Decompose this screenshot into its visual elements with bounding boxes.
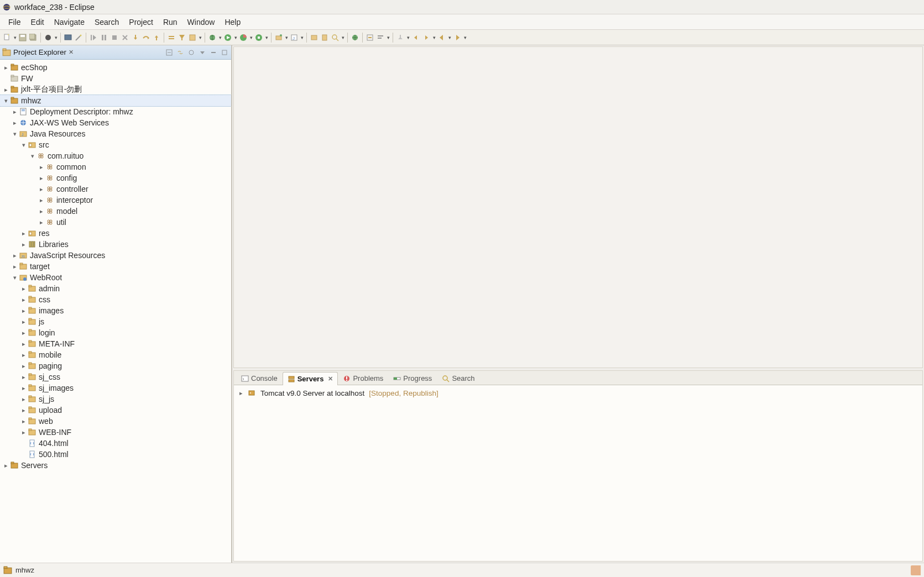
tree-res[interactable]: ▸ res — [0, 228, 231, 239]
tree-js-resources[interactable]: ▸ JS JavaScript Resources — [0, 250, 231, 261]
view-menu-button[interactable] — [198, 48, 207, 57]
expand-icon[interactable]: ▸ — [20, 340, 28, 348]
expand-icon[interactable]: ▸ — [2, 86, 10, 93]
new-server-dropdown[interactable]: ▾ — [284, 35, 289, 40]
expand-icon[interactable]: ▸ — [38, 219, 45, 226]
tree-package-controller[interactable]: ▸controller — [0, 183, 231, 195]
new-button[interactable] — [2, 33, 12, 43]
tree-file-500[interactable]: 500.html — [0, 449, 231, 460]
expand-icon[interactable]: ▸ — [20, 429, 28, 436]
open-type-button[interactable] — [187, 33, 197, 43]
servers-panel-body[interactable]: ▸ Tomcat v9.0 Server at localhost [Stopp… — [234, 385, 922, 561]
toggle-breadcrumb-button[interactable] — [375, 33, 385, 43]
expand-icon[interactable]: ▸ — [38, 164, 45, 171]
run-button[interactable] — [223, 33, 233, 43]
link-editor-button[interactable] — [176, 48, 185, 57]
close-tab-icon[interactable]: ✕ — [328, 375, 333, 382]
server-row[interactable]: ▸ Tomcat v9.0 Server at localhost [Stopp… — [237, 387, 919, 398]
expand-icon[interactable]: ▸ — [20, 407, 28, 414]
open-browser-button[interactable] — [350, 33, 360, 43]
expand-icon[interactable]: ▸ — [20, 385, 28, 392]
run-server-dropdown[interactable]: ▾ — [264, 35, 269, 40]
build-dropdown[interactable]: ▾ — [54, 35, 58, 40]
tree-file-404[interactable]: 404.html — [0, 438, 231, 449]
tree-project-jxlt[interactable]: ▸ jxlt-平台项目-勿删 — [0, 84, 231, 95]
step-over-button[interactable] — [141, 33, 151, 43]
tree-package-config[interactable]: ▸config — [0, 172, 231, 183]
menu-help[interactable]: Help — [220, 15, 246, 29]
debug-button[interactable] — [207, 33, 217, 43]
collapse-icon[interactable]: ▾ — [20, 141, 28, 149]
expand-icon[interactable]: ▸ — [38, 208, 45, 215]
tree-webroot[interactable]: ▾ WebRoot — [0, 272, 231, 283]
tab-search[interactable]: Search — [437, 371, 479, 385]
build-button[interactable] — [43, 33, 53, 43]
focus-task-button[interactable] — [187, 48, 196, 57]
expand-icon[interactable]: ▸ — [20, 363, 28, 370]
tree-target[interactable]: ▸ target — [0, 261, 231, 272]
tree-folder-admin[interactable]: ▸admin — [0, 283, 231, 294]
coverage-dropdown[interactable]: ▾ — [249, 35, 253, 40]
tree-folder-upload[interactable]: ▸upload — [0, 405, 231, 416]
disconnect-button[interactable] — [120, 33, 130, 43]
terminate-button[interactable] — [109, 33, 119, 43]
menu-search[interactable]: Search — [90, 15, 124, 29]
suspend-button[interactable] — [99, 33, 109, 43]
new-java-button[interactable]: J — [289, 33, 299, 43]
collapse-icon[interactable]: ▾ — [11, 274, 19, 281]
menu-file[interactable]: File — [3, 15, 26, 29]
tree-package-util[interactable]: ▸util — [0, 217, 231, 228]
tree-folder-sjimages[interactable]: ▸sj_images — [0, 382, 231, 394]
expand-icon[interactable]: ▸ — [20, 296, 28, 303]
wand-button[interactable] — [74, 33, 83, 43]
back-dropdown[interactable]: ▾ — [447, 35, 452, 40]
menu-window[interactable]: Window — [182, 15, 220, 29]
collapse-all-button[interactable] — [165, 48, 174, 57]
tree-folder-paging[interactable]: ▸paging — [0, 360, 231, 371]
pin-button[interactable] — [395, 33, 405, 43]
back-button[interactable] — [437, 33, 447, 43]
drop-frame-button[interactable] — [166, 33, 176, 43]
collapse-icon[interactable]: ▾ — [2, 97, 10, 104]
terminal-button[interactable] — [63, 33, 73, 43]
tree-folder-sjjs[interactable]: ▸sj_js — [0, 394, 231, 405]
trim-contribution-icon[interactable] — [911, 565, 921, 575]
expand-icon[interactable]: ▸ — [38, 175, 45, 182]
expand-icon[interactable]: ▸ — [20, 329, 28, 337]
step-return-button[interactable] — [152, 33, 161, 43]
new-server-button[interactable] — [274, 33, 284, 43]
tab-servers[interactable]: Servers ✕ — [283, 372, 338, 385]
expand-icon[interactable]: ▸ — [237, 390, 245, 397]
tree-package-interceptor[interactable]: ▸interceptor — [0, 195, 231, 206]
expand-icon[interactable]: ▸ — [11, 263, 19, 270]
expand-icon[interactable]: ▸ — [20, 285, 28, 292]
tree-folder-metainf[interactable]: ▸META-INF — [0, 338, 231, 349]
minimize-view-button[interactable] — [209, 48, 218, 57]
forward-dropdown[interactable]: ▾ — [463, 35, 467, 40]
menu-project[interactable]: Project — [124, 15, 158, 29]
run-dropdown[interactable]: ▾ — [233, 35, 238, 40]
expand-icon[interactable]: ▸ — [38, 186, 45, 193]
tree-folder-sjcss[interactable]: ▸sj_css — [0, 371, 231, 382]
search-dropdown[interactable]: ▾ — [341, 35, 345, 40]
expand-icon[interactable]: ▸ — [20, 418, 28, 425]
expand-icon[interactable]: ▸ — [20, 352, 28, 359]
menu-edit[interactable]: Edit — [26, 15, 49, 29]
expand-icon[interactable]: ▸ — [2, 64, 10, 71]
open-resource-button[interactable] — [320, 33, 330, 43]
toggle-mark-button[interactable] — [365, 33, 375, 43]
tree-package-root[interactable]: ▾ com.ruituo — [0, 150, 231, 161]
tree-jaxws[interactable]: ▸ JAX-WS Web Services — [0, 117, 231, 128]
tree-folder-login[interactable]: ▸login — [0, 327, 231, 338]
expand-icon[interactable]: ▸ — [20, 396, 28, 403]
tree-folder-web[interactable]: ▸web — [0, 416, 231, 427]
expand-icon[interactable]: ▸ — [11, 119, 19, 127]
forward-button[interactable] — [452, 33, 462, 43]
coverage-button[interactable] — [238, 33, 248, 43]
next-annotation-button[interactable] — [421, 33, 431, 43]
tab-console[interactable]: Console — [236, 371, 283, 385]
tree-libraries[interactable]: ▸ Libraries — [0, 239, 231, 250]
search-button[interactable] — [330, 33, 340, 43]
tree-package-model[interactable]: ▸model — [0, 206, 231, 217]
collapse-icon[interactable]: ▾ — [29, 153, 36, 160]
